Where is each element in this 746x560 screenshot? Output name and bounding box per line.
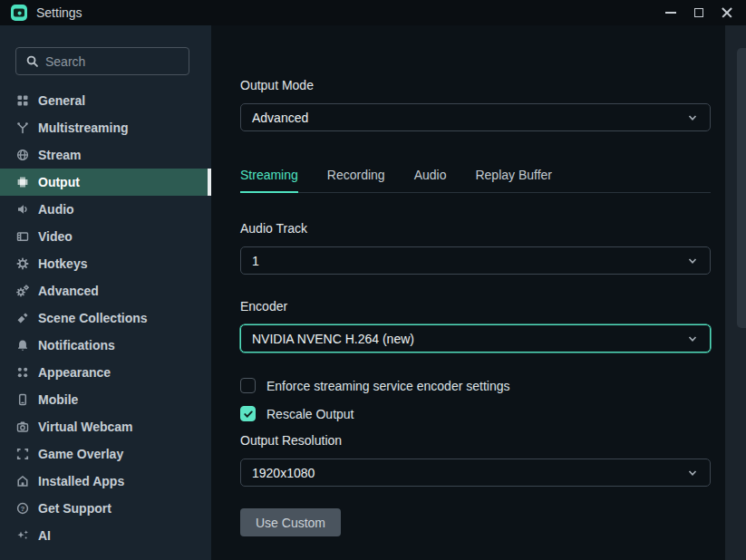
output-mode-select[interactable]: Advanced bbox=[240, 103, 711, 131]
sidebar-item-label: Multistreaming bbox=[38, 121, 129, 135]
sidebar-item-video[interactable]: Video bbox=[0, 223, 211, 250]
encoder-select[interactable]: NVIDIA NVENC H.264 (new) bbox=[240, 324, 711, 352]
sidebar-item-get-support[interactable]: ? Get Support bbox=[0, 495, 211, 522]
maximize-icon bbox=[694, 8, 703, 17]
sidebar-item-label: Installed Apps bbox=[38, 474, 124, 488]
enforce-encoder-settings-checkbox[interactable]: Enforce streaming service encoder settin… bbox=[240, 378, 711, 393]
sidebar-item-label: Mobile bbox=[38, 392, 78, 407]
search-icon bbox=[25, 54, 39, 68]
output-mode-label: Output Mode bbox=[240, 78, 711, 92]
help-icon: ? bbox=[15, 501, 30, 516]
chip-icon bbox=[15, 175, 30, 189]
minimize-button[interactable] bbox=[656, 0, 684, 25]
sidebar-item-game-overlay[interactable]: Game Overlay bbox=[0, 440, 211, 468]
output-resolution-select[interactable]: 1920x1080 bbox=[240, 459, 711, 487]
titlebar: Settings bbox=[0, 0, 746, 25]
close-button[interactable] bbox=[712, 0, 741, 25]
sidebar-item-label: Get Support bbox=[38, 501, 111, 516]
bell-icon bbox=[15, 338, 30, 352]
settings-sidebar: General Multistreaming bbox=[0, 25, 211, 560]
tab-recording[interactable]: Recording bbox=[327, 168, 385, 193]
sidebar-item-advanced[interactable]: Advanced bbox=[0, 277, 211, 304]
gear-icon bbox=[15, 256, 30, 271]
sidebar-item-label: Stream bbox=[38, 148, 81, 162]
sidebar-item-ai[interactable]: AI bbox=[0, 522, 211, 549]
grid-icon bbox=[15, 93, 30, 108]
sidebar-item-label: General bbox=[38, 93, 85, 108]
tab-replay-buffer[interactable]: Replay Buffer bbox=[475, 168, 552, 193]
scrollbar-track[interactable] bbox=[725, 25, 746, 560]
checkbox-icon bbox=[240, 406, 256, 421]
chevron-down-icon bbox=[686, 111, 699, 124]
encoder-value: NVIDIA NVENC H.264 (new) bbox=[252, 332, 414, 346]
sidebar-item-label: Hotkeys bbox=[38, 256, 87, 271]
sidebar-item-notifications[interactable]: Notifications bbox=[0, 332, 211, 359]
sparkles-icon bbox=[15, 528, 30, 543]
chevron-down-icon bbox=[686, 255, 699, 267]
minimize-icon bbox=[665, 12, 676, 14]
output-mode-value: Advanced bbox=[252, 111, 308, 125]
search-input[interactable] bbox=[45, 54, 179, 69]
sidebar-item-general[interactable]: General bbox=[0, 87, 211, 114]
dots-icon bbox=[15, 365, 30, 380]
svg-text:?: ? bbox=[21, 505, 25, 513]
sidebar-item-label: AI bbox=[38, 528, 51, 543]
checkbox-label: Rescale Output bbox=[266, 407, 354, 421]
sidebar-item-label: Virtual Webcam bbox=[38, 420, 133, 434]
sidebar-item-installed-apps[interactable]: Installed Apps bbox=[0, 468, 211, 495]
use-custom-button[interactable]: Use Custom bbox=[240, 508, 341, 536]
output-settings-panel: Output Mode Advanced Streaming Recording… bbox=[211, 25, 725, 560]
sidebar-item-appearance[interactable]: Appearance bbox=[0, 359, 211, 386]
sidebar-item-label: Appearance bbox=[38, 365, 111, 380]
speaker-icon bbox=[15, 202, 30, 217]
app-logo-icon bbox=[11, 5, 27, 21]
window-controls bbox=[656, 0, 746, 25]
gears-icon bbox=[15, 284, 30, 298]
sidebar-item-label: Game Overlay bbox=[38, 447, 123, 461]
sidebar-item-output[interactable]: Output bbox=[0, 169, 211, 196]
sidebar-item-label: Notifications bbox=[38, 338, 115, 352]
sidebar-item-scene-collections[interactable]: Scene Collections bbox=[0, 304, 211, 332]
maximize-button[interactable] bbox=[684, 0, 712, 25]
output-resolution-label: Output Resolution bbox=[240, 433, 711, 448]
rescale-output-checkbox[interactable]: Rescale Output bbox=[240, 406, 711, 421]
phone-icon bbox=[15, 392, 30, 407]
sidebar-item-stream[interactable]: Stream bbox=[0, 141, 211, 169]
window-title: Settings bbox=[36, 5, 82, 20]
store-icon bbox=[15, 474, 30, 488]
sidebar-item-label: Audio bbox=[38, 202, 74, 217]
collage-icon bbox=[15, 311, 30, 325]
scrollbar-thumb[interactable] bbox=[737, 48, 746, 328]
sidebar-item-label: Video bbox=[38, 229, 73, 244]
sidebar-item-virtual-webcam[interactable]: Virtual Webcam bbox=[0, 413, 211, 440]
sidebar-item-hotkeys[interactable]: Hotkeys bbox=[0, 250, 211, 277]
tab-streaming[interactable]: Streaming bbox=[240, 168, 298, 193]
sidebar-item-audio[interactable]: Audio bbox=[0, 196, 211, 223]
sidebar-item-label: Advanced bbox=[38, 284, 99, 298]
output-tabs: Streaming Recording Audio Replay Buffer bbox=[240, 168, 711, 193]
film-icon bbox=[15, 229, 30, 244]
sidebar-nav: General Multistreaming bbox=[0, 87, 211, 549]
output-resolution-value: 1920x1080 bbox=[252, 466, 315, 480]
globe-icon bbox=[15, 148, 30, 162]
settings-window: Settings bbox=[0, 0, 746, 560]
audio-track-select[interactable]: 1 bbox=[240, 246, 711, 275]
tab-audio[interactable]: Audio bbox=[414, 168, 447, 193]
chevron-down-icon bbox=[686, 467, 699, 479]
sidebar-item-multistreaming[interactable]: Multistreaming bbox=[0, 114, 211, 141]
chevron-down-icon bbox=[686, 333, 699, 345]
sidebar-item-label: Scene Collections bbox=[38, 311, 148, 325]
search-box[interactable] bbox=[15, 47, 189, 75]
sidebar-item-mobile[interactable]: Mobile bbox=[0, 386, 211, 413]
encoder-label: Encoder bbox=[240, 299, 711, 314]
split-icon bbox=[15, 121, 30, 135]
expand-icon bbox=[15, 447, 30, 461]
checkbox-label: Enforce streaming service encoder settin… bbox=[266, 379, 509, 393]
audio-track-value: 1 bbox=[252, 254, 259, 268]
sidebar-item-label: Output bbox=[38, 175, 80, 189]
camera-icon bbox=[15, 420, 30, 434]
close-icon bbox=[722, 7, 732, 18]
audio-track-label: Audio Track bbox=[240, 221, 711, 236]
checkbox-icon bbox=[240, 378, 256, 393]
